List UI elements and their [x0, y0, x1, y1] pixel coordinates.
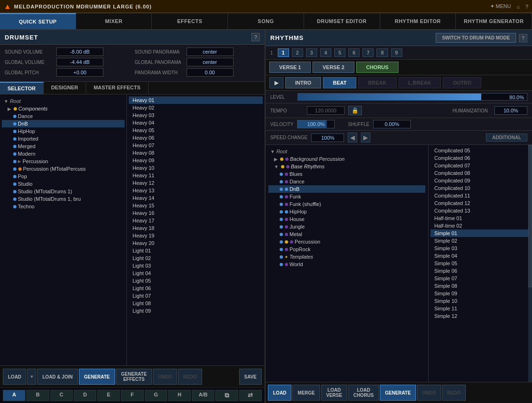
rhythm-list-item[interactable]: Simple 06 [430, 267, 530, 275]
list-item-heavy09[interactable]: Heavy 09 [129, 157, 263, 164]
sound-volume-value[interactable]: -8.00 dB [56, 47, 103, 56]
channel-4[interactable]: 4 [320, 48, 331, 57]
tab-master-effects[interactable]: MASTER EFFECTS [86, 82, 149, 94]
rhythm-list-item[interactable]: Simple 07 [430, 275, 530, 282]
switch-drum-pad-button[interactable]: SWITCH TO DRUM PAD MODE [436, 33, 516, 43]
rhythms-merge-button[interactable]: MERGE [292, 385, 320, 401]
list-item-heavy16[interactable]: Heavy 16 [129, 209, 263, 217]
save-button[interactable]: SAVE [239, 369, 262, 385]
list-item-heavy03[interactable]: Heavy 03 [129, 111, 263, 119]
channel-3[interactable]: 3 [306, 48, 317, 57]
global-volume-value[interactable]: -4.44 dB [56, 58, 103, 66]
tree-imported[interactable]: Imported [2, 135, 125, 142]
load-join-button[interactable]: LOAD & JOIN [37, 369, 78, 385]
channel-2[interactable]: 2 [292, 48, 303, 57]
alpha-f[interactable]: F [121, 390, 143, 401]
list-item-heavy18[interactable]: Heavy 18 [129, 224, 263, 232]
load-dropdown[interactable]: ▼ [27, 369, 36, 385]
chorus-button[interactable]: CHORUS [356, 62, 399, 73]
rhythm-tree-metal[interactable]: Metal [268, 230, 425, 238]
list-item-light03[interactable]: Light 03 [129, 262, 263, 269]
list-item-heavy10[interactable]: Heavy 10 [129, 164, 263, 172]
rhythm-list-item[interactable]: Complicated 08 [430, 169, 530, 177]
list-item-heavy07[interactable]: Heavy 07 [129, 142, 263, 149]
alpha-d[interactable]: D [74, 390, 96, 401]
drumset-help-button[interactable]: ? [251, 33, 260, 41]
list-item-heavy05[interactable]: Heavy 05 [129, 126, 263, 134]
speed-increase-button[interactable]: ▶ [361, 133, 370, 142]
verse1-button[interactable]: VERSE 1 [269, 62, 311, 73]
tree-techno[interactable]: Techno [2, 203, 125, 210]
rhythm-list-item[interactable]: Complicated 05 [430, 147, 530, 154]
rhythms-help-button[interactable]: ? [519, 34, 527, 42]
redo-button[interactable]: REDO [178, 369, 202, 385]
beat-button[interactable]: BEAT [323, 77, 356, 88]
alpha-e[interactable]: E [97, 390, 120, 401]
alpha-c[interactable]: C [50, 390, 73, 401]
list-item-heavy20[interactable]: Heavy 20 [129, 239, 263, 247]
channel-6[interactable]: 6 [348, 48, 360, 57]
tab-drumset-editor[interactable]: DRUMSET EDITOR [304, 13, 380, 29]
rhythms-redo-button[interactable]: REDO [442, 385, 466, 401]
tree-studio[interactable]: Studio [2, 180, 125, 188]
tree-dance[interactable]: Dance [2, 112, 125, 120]
tab-mixer[interactable]: MIXER [76, 13, 152, 29]
home-button[interactable]: ⌂ [516, 3, 520, 9]
rhythm-list-item[interactable]: Complicated 12 [430, 199, 530, 207]
list-item-heavy06[interactable]: Heavy 06 [129, 134, 263, 142]
rhythm-tree-percussion[interactable]: Percussion [268, 238, 425, 245]
tab-quick-setup[interactable]: QUICK SETUP [0, 13, 76, 29]
list-item-light01[interactable]: Light 01 [129, 247, 263, 254]
list-item-light04[interactable]: Light 04 [129, 269, 263, 277]
list-item-heavy19[interactable]: Heavy 19 [129, 232, 263, 239]
tree-pop[interactable]: Pop [2, 173, 125, 180]
rhythm-tree-jungle[interactable]: Jungle [268, 223, 425, 230]
rhythm-tree-funk-shuffle[interactable]: Funk (shuffle) [268, 200, 425, 208]
list-item-light09[interactable]: Light 09 [129, 307, 263, 315]
rhythm-tree-funk[interactable]: Funk [268, 193, 425, 200]
undo-button[interactable]: UNDO [153, 369, 177, 385]
alpha-ab[interactable]: A/B [192, 390, 214, 401]
global-pitch-value[interactable]: +0.00 [56, 68, 103, 77]
rhythm-tree-poprock[interactable]: PopRock [268, 245, 425, 253]
rhythm-list-item[interactable]: Complicated 06 [430, 154, 530, 162]
list-item-light02[interactable]: Light 02 [129, 254, 263, 262]
rhythm-tree-house[interactable]: House [268, 215, 425, 223]
rhythm-tree-world[interactable]: World [268, 261, 425, 268]
rhythm-list-item[interactable]: Simple 12 [430, 312, 530, 320]
load-button[interactable]: LOAD [3, 369, 26, 385]
alpha-a[interactable]: A [3, 390, 25, 401]
rhythm-list-item[interactable]: Complicated 07 [430, 162, 530, 169]
speed-value[interactable]: 100% [311, 134, 344, 142]
verse2-button[interactable]: VERSE 2 [313, 62, 354, 73]
tree-merged[interactable]: Merged [2, 142, 125, 150]
rhythm-list-item[interactable]: Complicated 09 [430, 177, 530, 184]
rhythm-list-item[interactable]: Complicated 10 [430, 184, 530, 192]
play-button[interactable]: ▶ [269, 77, 283, 88]
list-item-heavy04[interactable]: Heavy 04 [129, 119, 263, 126]
list-item-light07[interactable]: Light 07 [129, 292, 263, 300]
global-panorama-value[interactable]: center [187, 58, 234, 66]
rhythm-tree-root[interactable]: ▼ Root [268, 148, 425, 155]
list-item-heavy17[interactable]: Heavy 17 [129, 217, 263, 224]
list-item-heavy01[interactable]: Heavy 01 [129, 96, 263, 104]
rhythm-list-item[interactable]: Simple 09 [430, 290, 530, 297]
rhythms-load-button[interactable]: LOAD [268, 385, 291, 401]
tab-rhythm-editor[interactable]: RHYTHM EDITOR [380, 13, 456, 29]
tree-studio-mdrums1-bru[interactable]: Studio (MTotalDrums 1, bru [2, 195, 125, 203]
tree-root[interactable]: ▼ Root [2, 97, 125, 105]
tempo-lock-button[interactable]: 🔒 [348, 106, 362, 115]
rhythm-list-item[interactable]: Complicated 13 [430, 207, 530, 214]
additional-button[interactable]: ADDITIONAL [486, 134, 527, 142]
tab-selector[interactable]: SELECTOR [0, 82, 44, 94]
tree-components[interactable]: ▶ Components [2, 105, 125, 112]
speed-decrease-button[interactable]: ◀ [348, 133, 357, 142]
rhythm-list-item[interactable]: Simple 05 [430, 260, 530, 267]
tree-studio-mdrums1[interactable]: Studio (MTotalDrums 1) [2, 188, 125, 195]
rhythms-undo-button[interactable]: UNDO [417, 385, 441, 401]
tree-percussion-mtotal[interactable]: Percussion (MTotalPercuss [2, 165, 125, 173]
list-item-heavy15[interactable]: Heavy 15 [129, 202, 263, 209]
velocity-value[interactable]: 100.0% [297, 120, 335, 128]
tree-modern[interactable]: Modern [2, 150, 125, 158]
rhythms-load-chorus-button[interactable]: LOADCHORUS [348, 385, 379, 401]
